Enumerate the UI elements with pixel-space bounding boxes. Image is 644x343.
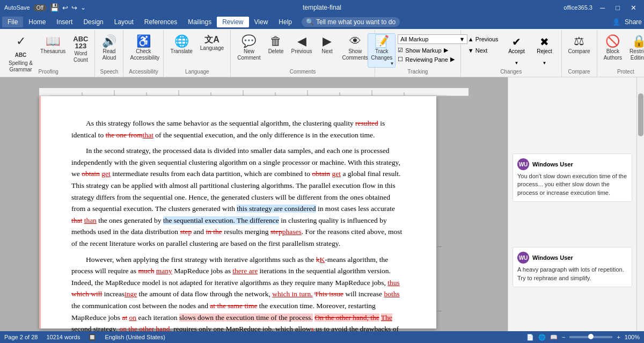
ins-thus: thus <box>387 279 400 287</box>
undo-icon[interactable]: ↩ <box>62 4 68 12</box>
autosave-toggle[interactable]: Off <box>33 4 47 11</box>
menu-layout[interactable]: Layout <box>109 17 139 27</box>
redo-icon[interactable]: ↪ <box>71 4 77 12</box>
customize-icon[interactable]: ⌄ <box>80 4 86 11</box>
minimize-btn[interactable]: ─ <box>597 3 608 13</box>
paragraph-3: However, when applying the first strateg… <box>71 254 404 331</box>
block-authors-icon: 🚫 <box>605 35 620 47</box>
spelling-grammar-button[interactable]: ✓ABC Spelling &Grammar <box>5 33 36 68</box>
prev-next-buttons: ▲ Previous ▼ Next <box>464 33 502 68</box>
scrollbar-thumb[interactable] <box>638 93 643 136</box>
zoom-slider-thumb[interactable] <box>588 334 594 339</box>
menu-home[interactable]: Home <box>23 17 51 27</box>
markup-label: All Markup <box>400 36 428 42</box>
speech-buttons: 🔊 ReadAloud <box>98 31 120 68</box>
share-label[interactable]: Share <box>625 18 642 26</box>
menu-design[interactable]: Design <box>78 17 108 27</box>
document-page[interactable]: As this strategy follows the same behavi… <box>39 96 436 329</box>
reject-button[interactable]: ✖ Reject ▼ <box>531 33 558 68</box>
tell-me[interactable]: 🔍 Tell me what you want to do <box>302 17 400 27</box>
accept-button[interactable]: ✔ Accept ▼ <box>503 33 530 68</box>
compare-button[interactable]: ⚖ Compare <box>565 33 594 68</box>
view-web-icon[interactable]: 🌐 <box>538 334 546 341</box>
show-markup-row[interactable]: ☑ Show Markup ▶ <box>398 47 467 54</box>
macro-indicator: 🔲 <box>89 334 96 341</box>
menu-insert[interactable]: Insert <box>51 17 78 27</box>
restrict-editing-label: RestrictEditing <box>630 48 644 61</box>
previous-comment-label: Previous <box>291 48 312 55</box>
view-read-icon[interactable]: 📖 <box>550 334 558 341</box>
next-change-button[interactable]: ▼ Next <box>464 46 502 55</box>
title-bar-right: office365.3 ─ □ ✕ <box>564 3 640 13</box>
office-version: office365.3 <box>564 4 592 11</box>
reject-dropdown[interactable]: ▼ <box>543 61 547 65</box>
ribbon-group-tracking: 📝 TrackChanges ▼ All Markup ▼ ☑ Show Mar… <box>375 30 461 77</box>
accessibility-group-label: Accessibility <box>129 68 158 76</box>
tracking-content: 📝 TrackChanges ▼ All Markup ▼ ☑ Show Mar… <box>368 31 467 68</box>
reviewing-pane-icon: ☐ <box>398 56 403 63</box>
menu-mailings[interactable]: Mailings <box>182 17 217 27</box>
show-comments-button[interactable]: 👁 ShowComments <box>339 33 371 68</box>
view-print-icon[interactable]: 📄 <box>526 334 534 341</box>
close-btn[interactable]: ✕ <box>627 3 640 13</box>
comment-card-1: WU Windows User You don't slow down exec… <box>513 154 632 202</box>
thesaurus-button[interactable]: 📖 Thesaurus <box>37 33 69 68</box>
new-comment-button[interactable]: 💬 NewComment <box>234 33 264 68</box>
menu-view[interactable]: View <box>249 17 274 27</box>
language-label: Language <box>200 45 224 52</box>
search-icon: 🔍 <box>306 18 314 26</box>
next-label: Next <box>475 47 488 54</box>
show-comments-label: ShowComments <box>342 48 368 61</box>
block-authors-button[interactable]: 🚫 BlockAuthors <box>601 33 625 68</box>
track-changes-dropdown[interactable]: ▼ <box>390 61 394 66</box>
restrict-editing-button[interactable]: 🔒 RestrictEditing <box>626 33 644 68</box>
accept-dropdown[interactable]: ▼ <box>515 61 519 65</box>
previous-change-button[interactable]: ▲ Previous <box>464 34 502 44</box>
ins-which-in-turn: which in turn. <box>272 290 312 298</box>
ins-on-other-hand: on the other hand, <box>119 325 171 331</box>
track-changes-button[interactable]: 📝 TrackChanges ▼ <box>368 33 396 68</box>
zoom-bar[interactable] <box>569 336 612 338</box>
document-scroll[interactable]: As this strategy follows the same behavi… <box>0 77 508 331</box>
zoom-in-button[interactable]: + <box>617 334 620 340</box>
read-aloud-button[interactable]: 🔊 ReadAloud <box>98 33 120 68</box>
comment-1-header: WU Windows User <box>517 158 627 170</box>
next-comment-button[interactable]: ▶ Next <box>316 33 338 68</box>
check-accessibility-button[interactable]: ♿ CheckAccessibility <box>127 33 160 68</box>
ins-many: many <box>156 267 172 275</box>
scrollbar[interactable] <box>636 77 644 331</box>
word-count-button[interactable]: ABC123 WordCount <box>70 33 91 68</box>
save-icon[interactable]: 💾 <box>50 3 59 12</box>
del-at: at <box>122 313 127 322</box>
menu-review[interactable]: Review <box>217 17 248 27</box>
ribbon-group-compare: ⚖ Compare Compare <box>562 30 597 77</box>
delete-comment-button[interactable]: 🗑 Delete <box>265 33 287 68</box>
next-icon: ▼ <box>468 47 474 54</box>
reviewing-pane-row[interactable]: ☐ Reviewing Pane ▶ <box>398 56 467 63</box>
highlight-on-other-hand: On the other hand, the <box>314 313 379 322</box>
delete-label: Delete <box>268 48 284 55</box>
menu-file[interactable]: File <box>2 17 23 27</box>
tell-me-text: Tell me what you want to do <box>316 18 396 26</box>
del-resulted: resulted <box>355 119 378 127</box>
language-button[interactable]: 文A Language <box>197 33 228 68</box>
del-at-same-time: at the same time <box>210 302 257 310</box>
speech-group-label: Speech <box>100 68 118 76</box>
autosave-label: AutoSave <box>4 4 30 11</box>
comment-2-user: Windows User <box>532 254 573 261</box>
menu-help[interactable]: Help <box>273 17 297 27</box>
ins-inge: inge <box>125 290 137 298</box>
track-changes-label: TrackChanges <box>371 48 392 61</box>
accept-icon: ✔ <box>512 35 521 48</box>
translate-button[interactable]: 🌐 Translate <box>167 33 195 68</box>
zoom-level: 100% <box>625 334 640 340</box>
menu-references[interactable]: References <box>139 17 182 27</box>
show-comments-icon: 👁 <box>349 35 361 47</box>
block-authors-label: BlockAuthors <box>604 48 622 61</box>
document-area: As this strategy follows the same behavi… <box>0 77 644 331</box>
zoom-out-button[interactable]: − <box>562 334 565 340</box>
maximize-btn[interactable]: □ <box>612 3 623 13</box>
ins-that: that <box>143 131 153 139</box>
previous-comment-button[interactable]: ◀ Previous <box>288 33 316 68</box>
markup-dropdown[interactable]: All Markup ▼ <box>398 34 467 44</box>
